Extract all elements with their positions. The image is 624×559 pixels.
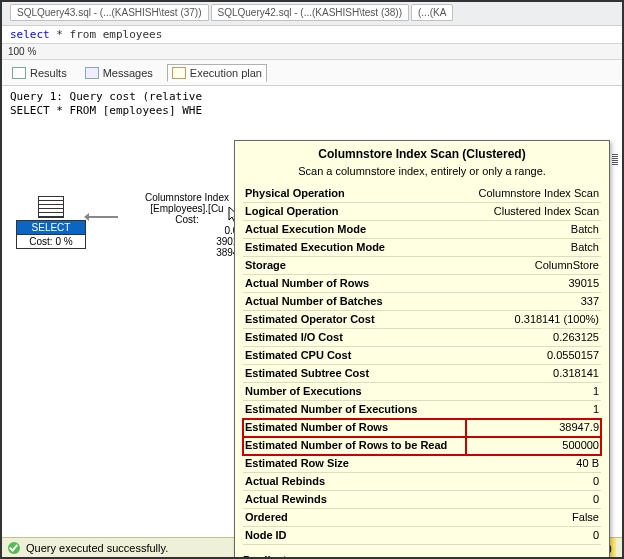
tab-messages[interactable]: Messages bbox=[81, 65, 157, 81]
doc-tab-3[interactable]: (...(KA bbox=[411, 4, 453, 21]
prop-value: 38947.9 bbox=[466, 419, 601, 437]
tooltip-row: Actual Execution ModeBatch bbox=[243, 221, 601, 239]
node-cost: Cost: 0 % bbox=[16, 235, 86, 249]
scrollbar-thumb[interactable] bbox=[612, 154, 618, 166]
prop-key: Actual Rewinds bbox=[243, 491, 466, 509]
prop-key: Estimated I/O Cost bbox=[243, 329, 466, 347]
prop-value: 0.318141 bbox=[466, 365, 601, 383]
prop-key: Estimated Row Size bbox=[243, 455, 466, 473]
doc-tab-2[interactable]: SQLQuery42.sql - (...(KASHISH\test (38)) bbox=[211, 4, 410, 21]
node-text: Columnstore Index bbox=[122, 192, 252, 203]
plan-arrow bbox=[88, 216, 118, 218]
tooltip-title: Columnstore Index Scan (Clustered) bbox=[243, 147, 601, 162]
prop-value: 337 bbox=[466, 293, 601, 311]
prop-value: 0.318141 (100%) bbox=[466, 311, 601, 329]
tooltip-row: Actual Rebinds0 bbox=[243, 473, 601, 491]
tooltip-row: StorageColumnStore bbox=[243, 257, 601, 275]
grid-icon bbox=[12, 67, 26, 79]
prop-key: Estimated Number of Rows to be Read bbox=[243, 437, 466, 455]
tab-label: Messages bbox=[103, 67, 153, 79]
prop-value: Columnstore Index Scan bbox=[466, 185, 601, 203]
prop-key: Estimated Number of Executions bbox=[243, 401, 466, 419]
prop-value: 0 bbox=[466, 473, 601, 491]
tooltip-row: Estimated Row Size40 B bbox=[243, 455, 601, 473]
prop-key: Storage bbox=[243, 257, 466, 275]
messages-icon bbox=[85, 67, 99, 79]
prop-value: Batch bbox=[466, 239, 601, 257]
prop-value: 0.263125 bbox=[466, 329, 601, 347]
tooltip-row: Estimated I/O Cost0.263125 bbox=[243, 329, 601, 347]
tooltip-row: OrderedFalse bbox=[243, 509, 601, 527]
tooltip-row: Estimated Number of Rows38947.9 bbox=[243, 419, 601, 437]
prop-key: Number of Executions bbox=[243, 383, 466, 401]
prop-value: 0.0550157 bbox=[466, 347, 601, 365]
tooltip-properties-table: Physical OperationColumnstore Index Scan… bbox=[243, 185, 601, 545]
tooltip-row: Number of Executions1 bbox=[243, 383, 601, 401]
predicate-heading: Predicate bbox=[243, 553, 601, 559]
sql-keyword: select bbox=[10, 28, 50, 41]
prop-key: Estimated CPU Cost bbox=[243, 347, 466, 365]
prop-value: 39015 bbox=[466, 275, 601, 293]
node-label: SELECT bbox=[16, 220, 86, 235]
prop-value: ColumnStore bbox=[466, 257, 601, 275]
prop-key: Estimated Operator Cost bbox=[243, 311, 466, 329]
prop-value: Batch bbox=[466, 221, 601, 239]
execution-plan-canvas[interactable]: Query 1: Query cost (relative SELECT * F… bbox=[2, 86, 622, 551]
plan-header-text: Query 1: Query cost (relative SELECT * F… bbox=[2, 86, 622, 122]
status-message: Query executed successfully. bbox=[26, 542, 168, 554]
tooltip-row: Estimated Number of Executions1 bbox=[243, 401, 601, 419]
prop-value: 40 B bbox=[466, 455, 601, 473]
tooltip-row: Logical OperationClustered Index Scan bbox=[243, 203, 601, 221]
prop-value: 1 bbox=[466, 383, 601, 401]
prop-value: 0 bbox=[466, 527, 601, 545]
tooltip-row: Estimated Subtree Cost0.318141 bbox=[243, 365, 601, 383]
tooltip-subtitle: Scan a columnstore index, entirely or on… bbox=[243, 164, 601, 179]
prop-value: 0 bbox=[466, 491, 601, 509]
tooltip-row: Actual Number of Rows39015 bbox=[243, 275, 601, 293]
node-metric: 39015 bbox=[122, 236, 252, 247]
tooltip-row: Estimated Number of Rows to be Read50000… bbox=[243, 437, 601, 455]
prop-key: Physical Operation bbox=[243, 185, 466, 203]
prop-key: Actual Number of Rows bbox=[243, 275, 466, 293]
prop-key: Node ID bbox=[243, 527, 466, 545]
query-editor-line[interactable]: select * from employees bbox=[2, 26, 622, 43]
tooltip-row: Node ID0 bbox=[243, 527, 601, 545]
result-stack-icon bbox=[38, 196, 64, 218]
prop-value: Clustered Index Scan bbox=[466, 203, 601, 221]
prop-value: 500000 bbox=[466, 437, 601, 455]
tab-label: Results bbox=[30, 67, 67, 79]
tab-execution-plan[interactable]: Execution plan bbox=[167, 64, 267, 82]
prop-key: Estimated Execution Mode bbox=[243, 239, 466, 257]
tooltip-row: Estimated Execution ModeBatch bbox=[243, 239, 601, 257]
result-tabs: Results Messages Execution plan bbox=[2, 60, 622, 86]
prop-key: Logical Operation bbox=[243, 203, 466, 221]
plan-icon bbox=[172, 67, 186, 79]
node-metric: 0.05 bbox=[122, 225, 252, 236]
tooltip-row: Actual Rewinds0 bbox=[243, 491, 601, 509]
prop-key: Actual Rebinds bbox=[243, 473, 466, 491]
tooltip-row: Physical OperationColumnstore Index Scan bbox=[243, 185, 601, 203]
node-metric: 38948 bbox=[122, 247, 252, 258]
operator-tooltip: Columnstore Index Scan (Clustered) Scan … bbox=[234, 140, 610, 559]
tooltip-row: Actual Number of Batches337 bbox=[243, 293, 601, 311]
tooltip-row: Estimated Operator Cost0.318141 (100%) bbox=[243, 311, 601, 329]
prop-value: False bbox=[466, 509, 601, 527]
document-tab-bar: SQLQuery43.sql - (...(KASHISH\test (37))… bbox=[2, 2, 622, 26]
doc-tab-1[interactable]: SQLQuery43.sql - (...(KASHISH\test (37)) bbox=[10, 4, 209, 21]
plan-node-select[interactable]: SELECT Cost: 0 % bbox=[16, 196, 86, 249]
prop-key: Actual Execution Mode bbox=[243, 221, 466, 239]
sql-text: * from employees bbox=[50, 28, 163, 41]
success-icon bbox=[8, 542, 20, 554]
prop-key: Estimated Number of Rows bbox=[243, 419, 466, 437]
prop-value: 1 bbox=[466, 401, 601, 419]
tab-results[interactable]: Results bbox=[8, 65, 71, 81]
plan-node-columnstore-scan[interactable]: Columnstore Index [Employees].[Cu Cost: … bbox=[122, 192, 252, 258]
prop-key: Ordered bbox=[243, 509, 466, 527]
tooltip-row: Estimated CPU Cost0.0550157 bbox=[243, 347, 601, 365]
prop-key: Actual Number of Batches bbox=[243, 293, 466, 311]
zoom-level[interactable]: 100 % bbox=[2, 43, 622, 60]
prop-key: Estimated Subtree Cost bbox=[243, 365, 466, 383]
tab-label: Execution plan bbox=[190, 67, 262, 79]
